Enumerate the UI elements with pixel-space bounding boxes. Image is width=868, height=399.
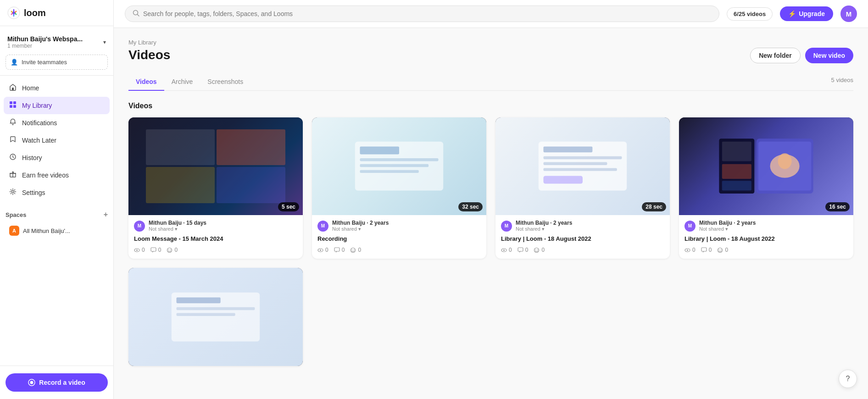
loom-logo[interactable]: loom [7,6,46,19]
svg-rect-10 [13,101,16,104]
video-title-3: Library | Loom - 18 August 2022 [501,235,664,243]
main-area: 6/25 videos ⚡ Upgrade M My Library Video… [114,0,868,399]
invite-icon: 👤 [11,59,18,66]
gift-icon [8,171,17,180]
svg-rect-28 [360,158,439,161]
video-card-body-3: M Mithun Baiju · 2 years Not shared ▾ Li… [495,215,670,259]
video-thumbnail-4: 16 sec [679,117,853,216]
video-count-badge[interactable]: 6/25 videos [727,7,773,21]
record-video-button[interactable]: Record a video [6,373,108,392]
content-area: My Library Videos New folder New video V… [114,28,868,399]
svg-rect-54 [722,142,751,161]
search-input[interactable] [143,10,712,17]
reactions-icon-2 [350,247,356,253]
thumb-content-2 [338,137,460,195]
tabs-row: Videos Archive Screenshots 5 videos [128,73,853,91]
upgrade-button[interactable]: ⚡ Upgrade [780,6,833,21]
help-button[interactable]: ? [839,370,857,388]
video-thumbnail-3: 28 sec [495,117,670,216]
svg-rect-45 [518,248,523,251]
sidebar-item-history[interactable]: History [4,149,110,166]
svg-rect-12 [13,105,16,108]
loom-logo-icon [7,6,20,19]
video-card-4[interactable]: 16 sec M Mithun Baiju · 2 years Not shar… [679,117,853,259]
reactions-count-3: 0 [541,247,545,253]
record-btn-wrap: Record a video [0,366,113,399]
svg-rect-33 [334,248,339,251]
new-folder-button[interactable]: New folder [750,48,801,63]
svg-rect-65 [177,307,255,310]
svg-rect-27 [360,147,400,155]
sidebar-item-watch-later[interactable]: Watch Later [4,132,110,149]
views-stat-2: 0 [317,247,328,253]
sidebar-item-my-library[interactable]: My Library [4,97,110,114]
workspace-selector[interactable]: Mithun Baiju's Webspa... 1 member ▾ [6,33,108,51]
reactions-icon-3 [534,247,540,253]
reactions-count-4: 0 [725,247,728,253]
author-avatar-1: M [134,221,145,232]
comments-stat-2: 0 [334,247,345,253]
author-name-2: Mithun Baiju · 2 years [332,220,481,226]
author-avatar-3: M [501,221,512,232]
svg-point-47 [535,249,536,250]
views-stat-1: 0 [134,247,145,253]
tab-archive[interactable]: Archive [164,73,200,91]
section-title: Videos [128,102,853,110]
search-icon [133,10,139,18]
action-buttons: New folder New video [750,48,853,63]
space-item-all-mithun[interactable]: A All Mithun Baiju'... [6,222,108,239]
sidebar-top: Mithun Baiju's Webspa... 1 member ▾ 👤 In… [0,26,113,76]
video-card-5[interactable] [128,268,303,366]
shared-badge-4[interactable]: Not shared ▾ [699,226,848,232]
video-meta-3: M Mithun Baiju · 2 years Not shared ▾ [501,220,664,232]
new-video-button[interactable]: New video [805,48,853,63]
add-space-icon[interactable]: + [104,211,108,219]
sidebar-item-home[interactable]: Home [4,79,110,97]
chevron-down-icon: ▾ [103,39,106,45]
svg-point-36 [354,249,355,250]
tab-screenshots[interactable]: Screenshots [200,73,250,91]
reactions-count-2: 0 [358,247,361,253]
svg-point-32 [320,249,321,251]
svg-point-58 [687,249,688,251]
video-card-1[interactable]: 5 sec M Mithun Baiju · 15 days Not share… [128,117,303,259]
thumb-content-3 [522,137,644,195]
shared-badge-2[interactable]: Not shared ▾ [332,226,481,232]
svg-point-21 [136,249,138,251]
sidebar-item-label-watch-later: Watch Later [22,137,56,144]
svg-point-35 [352,249,353,250]
svg-point-17 [30,381,33,384]
video-card-2[interactable]: 32 sec M Mithun Baiju · 2 years Not shar… [312,117,486,259]
space-avatar: A [9,226,19,236]
svg-rect-55 [722,164,751,179]
logo-text: loom [24,8,46,18]
video-card-3[interactable]: 28 sec M Mithun Baiju · 2 years Not shar… [495,117,670,259]
home-icon [8,83,17,93]
video-meta-4: M Mithun Baiju · 2 years Not shared ▾ [684,220,848,232]
sidebar-item-label-home: Home [22,84,39,92]
invite-label: Invite teammates [22,59,67,66]
shared-badge-1[interactable]: Not shared ▾ [149,226,297,232]
shared-badge-3[interactable]: Not shared ▾ [516,226,664,232]
video-thumbnail-2: 32 sec [312,117,486,216]
svg-rect-9 [10,101,12,104]
views-icon-3 [501,247,507,253]
sidebar-item-notifications[interactable]: Notifications [4,114,110,132]
svg-rect-41 [544,168,617,171]
invite-teammates-button[interactable]: 👤 Invite teammates [6,55,108,70]
svg-point-44 [503,249,505,251]
user-avatar[interactable]: M [840,6,857,22]
comments-count-2: 0 [342,247,345,253]
sidebar-item-settings[interactable]: Settings [4,184,110,201]
svg-rect-8 [12,88,14,90]
author-avatar-4: M [684,221,696,232]
meta-info-1: Mithun Baiju · 15 days Not shared ▾ [149,220,297,232]
thumb-bg-3 [495,117,670,216]
svg-point-25 [170,249,171,250]
svg-rect-59 [701,248,707,251]
svg-rect-42 [544,176,583,184]
comments-stat-4: 0 [701,247,712,253]
svg-rect-66 [177,313,235,316]
sidebar-item-earn-free-videos[interactable]: Earn free videos [4,166,110,184]
tab-videos[interactable]: Videos [128,73,164,91]
